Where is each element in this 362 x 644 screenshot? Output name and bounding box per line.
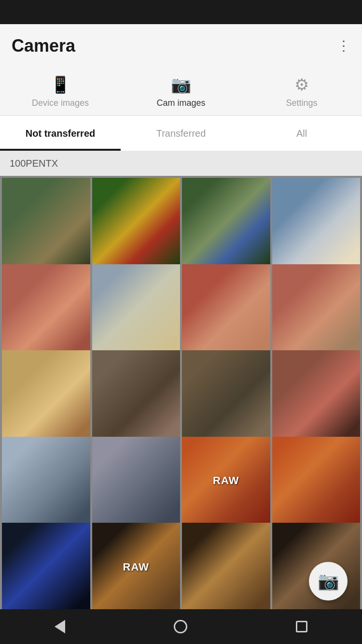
grid-item[interactable] — [182, 523, 270, 609]
tab-all[interactable]: All — [241, 116, 362, 151]
all-label: All — [296, 128, 307, 139]
fab-camera-icon: 📷 — [318, 571, 339, 591]
icon-tab-bar: 📱 Device images 📷 Cam images ⚙ Settings — [0, 68, 362, 116]
tab-transferred[interactable]: Transferred — [121, 116, 241, 151]
bottom-navigation — [0, 609, 362, 644]
nav-back-button[interactable] — [55, 620, 65, 633]
grid-item[interactable] — [92, 350, 181, 439]
section-header: 100PENTX — [0, 151, 362, 176]
settings-icon: ⚙ — [294, 75, 309, 94]
grid-item[interactable] — [2, 350, 90, 439]
grid-item[interactable] — [272, 350, 361, 439]
nav-home-button[interactable] — [174, 620, 187, 633]
nav-recent-button[interactable] — [296, 621, 307, 632]
section-label: 100PENTX — [10, 158, 58, 169]
menu-icon[interactable]: ⋮ — [337, 39, 350, 53]
camera-icon: 📷 — [171, 75, 191, 94]
grid-item[interactable] — [92, 437, 181, 525]
app-header: Camera ⋮ — [0, 24, 362, 68]
grid-item[interactable]: RAW — [182, 437, 270, 525]
grid-item[interactable] — [182, 264, 270, 353]
grid-item[interactable]: RAW — [92, 523, 181, 609]
tab-cam-images[interactable]: 📷 Cam images — [121, 75, 241, 108]
settings-label: Settings — [286, 98, 317, 108]
app-title: Camera — [12, 36, 75, 56]
grid-item[interactable] — [2, 523, 90, 609]
tab-device-images[interactable]: 📱 Device images — [0, 75, 121, 108]
grid-item[interactable] — [272, 437, 361, 525]
transferred-label: Transferred — [156, 128, 206, 139]
camera-fab[interactable]: 📷 — [309, 562, 348, 601]
text-tab-bar: Not transferred Transferred All — [0, 116, 362, 151]
grid-item[interactable] — [2, 178, 90, 266]
grid-item[interactable] — [2, 264, 90, 353]
grid-item[interactable] — [92, 178, 181, 266]
grid-item[interactable] — [182, 178, 270, 266]
grid-item[interactable] — [2, 437, 90, 525]
tab-indicator — [0, 149, 121, 151]
device-images-label: Device images — [32, 98, 89, 108]
grid-item[interactable] — [272, 178, 361, 266]
not-transferred-label: Not transferred — [26, 128, 95, 139]
raw-badge: RAW — [213, 474, 239, 487]
raw-badge: RAW — [123, 561, 149, 573]
status-bar — [0, 0, 362, 24]
tab-settings[interactable]: ⚙ Settings — [241, 75, 362, 108]
grid-item[interactable] — [92, 264, 181, 353]
cam-images-label: Cam images — [156, 98, 205, 108]
grid-item[interactable] — [182, 350, 270, 439]
image-grid: RAWRAW — [0, 176, 362, 609]
grid-item[interactable] — [272, 264, 361, 353]
tab-not-transferred[interactable]: Not transferred — [0, 116, 121, 151]
device-icon: 📱 — [50, 75, 70, 94]
